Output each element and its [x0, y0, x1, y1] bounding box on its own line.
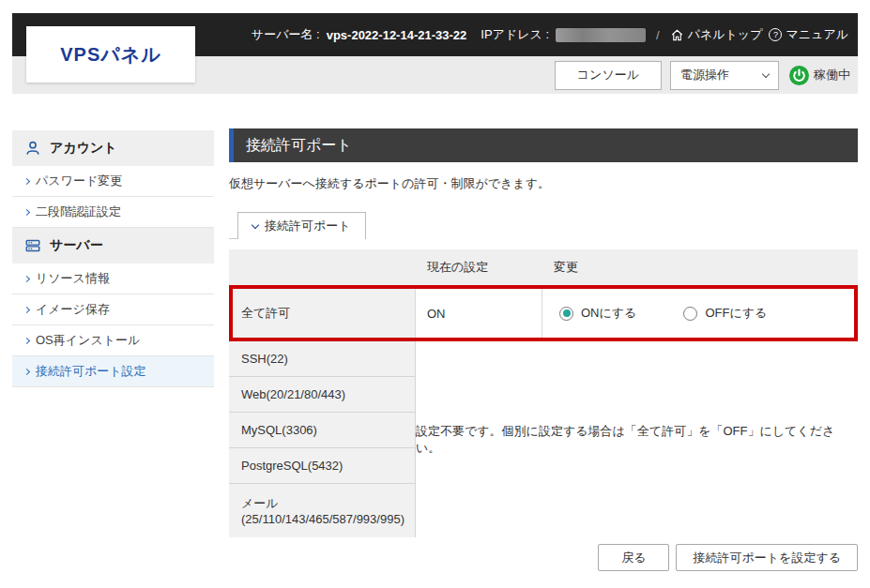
sidebar-item-two-factor[interactable]: 二段階認証設定	[12, 197, 214, 228]
sidebar-item-os-reinstall[interactable]: OS再インストール	[12, 325, 214, 356]
separator: /	[656, 28, 660, 42]
sidebar-section-title: サーバー	[50, 237, 103, 254]
user-icon	[24, 140, 41, 157]
power-operation-select[interactable]: 電源操作	[670, 61, 779, 90]
all-allow-change-cell: ONにする OFFにする	[542, 289, 854, 338]
port-label-column: SSH(22) Web(20/21/80/443) MySQL(3306) Po…	[229, 341, 416, 537]
sidebar-item-password-change[interactable]: パスワード変更	[12, 166, 214, 197]
chevron-right-icon	[23, 306, 30, 312]
port-label: メール	[241, 495, 415, 511]
port-label: PostgreSQL(5432)	[241, 458, 415, 474]
header-cell-current: 現在の設定	[416, 259, 542, 276]
sidebar-section-account: アカウント	[12, 130, 214, 166]
port-label: Web(20/21/80/443)	[241, 386, 415, 402]
action-buttons: 戻る 接続許可ポートを設定する	[229, 544, 858, 571]
panel-top-link[interactable]: パネルトップ	[670, 26, 763, 43]
server-icon	[24, 237, 41, 254]
chevron-down-icon	[252, 220, 259, 228]
sidebar-section-title: アカウント	[50, 140, 117, 157]
port-rows: SSH(22) Web(20/21/80/443) MySQL(3306) Po…	[229, 341, 858, 537]
sidebar-item-label: 接続許可ポート設定	[36, 363, 146, 380]
sidebar-item-label: 二段階認証設定	[36, 204, 121, 220]
server-status: 稼働中	[789, 66, 850, 85]
radio-on-icon[interactable]	[559, 307, 573, 321]
port-row-web: Web(20/21/80/443)	[229, 377, 415, 413]
tab-allowed-ports[interactable]: 接続許可ポート	[237, 212, 366, 239]
home-icon	[670, 28, 684, 42]
port-label: SSH(22)	[241, 351, 415, 367]
status-label: 稼働中	[814, 67, 850, 83]
manual-link[interactable]: ? マニュアル	[769, 26, 848, 43]
manual-label: マニュアル	[786, 26, 848, 43]
port-row-ssh: SSH(22)	[229, 341, 415, 377]
tab-label: 接続許可ポート	[265, 218, 351, 234]
all-allow-row-highlighted: 全て許可 ON ONにする OFFにする	[229, 285, 858, 341]
port-label-sub: (25/110/143/465/587/993/995)	[241, 511, 415, 527]
note-text: 設定不要です。個別に設定する場合は「全て許可」を「OFF」にしてください。	[416, 423, 858, 457]
port-row-mail: メール (25/110/143/465/587/993/995)	[229, 484, 415, 537]
question-icon: ?	[769, 28, 782, 41]
sidebar-item-label: イメージ保存	[36, 301, 110, 318]
ip-address-redacted	[556, 28, 646, 42]
chevron-right-icon	[23, 275, 30, 281]
tab-baseline	[229, 212, 237, 239]
sidebar-item-resource-info[interactable]: リソース情報	[12, 264, 214, 294]
page-title-bar: 接続許可ポート	[229, 128, 858, 162]
server-name-label: サーバー名 :	[252, 26, 320, 43]
radio-off-label: OFFにする	[705, 305, 767, 322]
radio-on-label: ONにする	[581, 305, 636, 322]
panel-top-label: パネルトップ	[688, 26, 763, 43]
page-title: 接続許可ポート	[246, 136, 352, 156]
merged-note-cell: 設定不要です。個別に設定する場合は「全て許可」を「OFF」にしてください。	[416, 341, 858, 537]
port-row-postgresql: PostgreSQL(5432)	[229, 448, 415, 484]
logo[interactable]: VPSパネル	[26, 26, 195, 83]
port-row-mysql: MySQL(3306)	[229, 413, 415, 448]
radio-off-icon[interactable]	[683, 307, 697, 321]
console-button[interactable]: コンソール	[555, 61, 662, 90]
sidebar-item-label: OS再インストール	[36, 332, 140, 349]
power-status-icon	[789, 66, 809, 85]
ip-address-label: IPアドレス :	[481, 26, 549, 43]
chevron-right-icon	[23, 177, 30, 184]
radio-option-on[interactable]: ONにする	[559, 305, 636, 322]
server-info: サーバー名 : vps-2022-12-14-21-33-22 IPアドレス :…	[252, 13, 848, 56]
tab-row: 接続許可ポート	[229, 212, 858, 239]
ports-table: 現在の設定 変更 全て許可 ON ONにする OFFにする SSH(22)	[229, 249, 858, 537]
server-name-value: vps-2022-12-14-21-33-22	[327, 28, 467, 42]
main-content: 接続許可ポート 仮想サーバーへ接続するポートの許可・制限ができます。 接続許可ポ…	[229, 128, 858, 571]
back-button[interactable]: 戻る	[598, 544, 669, 571]
all-allow-current-value: ON	[416, 289, 542, 338]
sidebar-item-image-save[interactable]: イメージ保存	[12, 294, 214, 325]
chevron-right-icon	[23, 368, 30, 374]
page-description: 仮想サーバーへ接続するポートの許可・制限ができます。	[229, 175, 858, 192]
sidebar-item-label: リソース情報	[36, 270, 110, 287]
sidebar-section-server: サーバー	[12, 228, 214, 264]
power-select-value: 電源操作	[680, 67, 729, 83]
header-cell-change: 変更	[542, 259, 858, 276]
table-header-row: 現在の設定 変更	[229, 249, 858, 285]
logo-text: VPSパネル	[60, 42, 160, 68]
all-allow-label: 全て許可	[233, 289, 416, 338]
sidebar-item-label: パスワード変更	[36, 173, 122, 189]
chevron-right-icon	[23, 208, 30, 215]
port-label: MySQL(3306)	[241, 422, 415, 438]
set-allowed-ports-button[interactable]: 接続許可ポートを設定する	[676, 544, 858, 571]
chevron-right-icon	[23, 337, 30, 343]
sidebar-item-allowed-ports[interactable]: 接続許可ポート設定	[12, 356, 214, 387]
radio-option-off[interactable]: OFFにする	[683, 305, 767, 322]
sidebar: アカウント パスワード変更 二段階認証設定 サーバー リソース情報 イメージ保存…	[12, 130, 214, 387]
chevron-down-icon	[762, 69, 770, 77]
